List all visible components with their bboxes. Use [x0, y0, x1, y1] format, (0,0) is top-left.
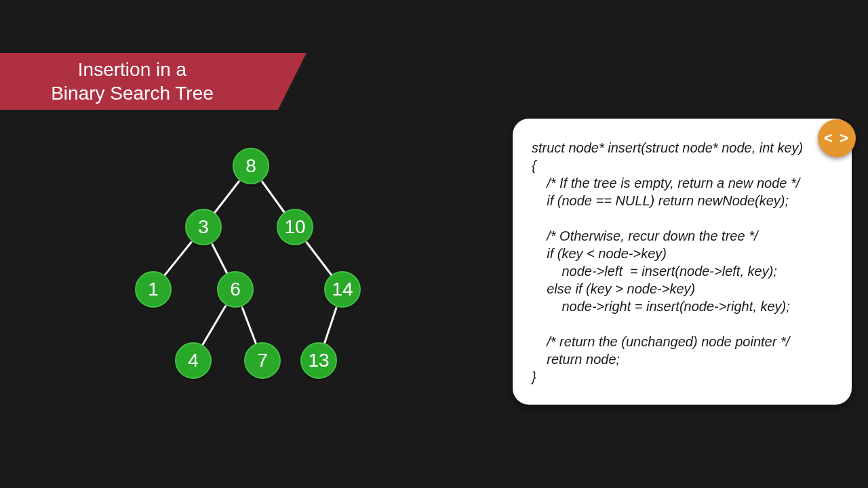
tree-node-value: 7	[257, 350, 268, 371]
title-banner: Insertion in a Binary Search Tree	[0, 53, 278, 110]
tree-node-value: 4	[188, 350, 199, 371]
tree-node: 7	[244, 342, 281, 379]
title-line-1: Insertion in a	[78, 58, 186, 81]
tree-node: 13	[300, 342, 337, 379]
title-line-2: Binary Search Tree	[51, 81, 214, 105]
tree-node: 3	[185, 209, 222, 245]
code-panel: struct node* insert(struct node* node, i…	[513, 119, 852, 405]
tree-node-value: 13	[308, 350, 329, 371]
tree-node-value: 14	[332, 279, 353, 300]
code-snippet: struct node* insert(struct node* node, i…	[532, 139, 833, 386]
tree-node: 8	[233, 148, 269, 184]
tree-node: 4	[175, 342, 212, 379]
tree-node-value: 3	[198, 216, 209, 238]
tree-node-value: 8	[245, 155, 256, 177]
bst-tree-diagram: 831016144713	[122, 142, 393, 400]
code-icon-label: < >	[824, 129, 850, 147]
tree-node: 6	[217, 271, 254, 308]
code-icon: < >	[818, 119, 856, 157]
tree-node: 1	[135, 271, 172, 308]
tree-node-value: 10	[284, 216, 305, 238]
tree-node-value: 6	[230, 279, 241, 300]
tree-node: 14	[324, 271, 361, 308]
tree-node: 10	[277, 209, 313, 245]
tree-node-value: 1	[148, 279, 159, 300]
